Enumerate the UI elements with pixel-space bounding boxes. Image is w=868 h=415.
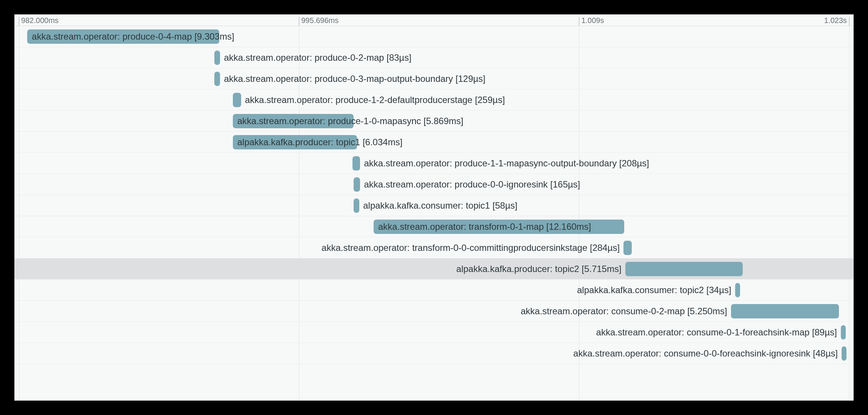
span-label: akka.stream.operator: transform-0-1-map … (374, 220, 593, 234)
span-row[interactable]: akka.stream.operator: produce-0-3-map-ou… (15, 68, 853, 89)
span-label: akka.stream.operator: produce-0-2-map [8… (220, 51, 413, 65)
span-bar[interactable] (731, 304, 839, 318)
span-row[interactable]: akka.stream.operator: consume-0-1-foreac… (15, 322, 853, 343)
span-label: alpakka.kafka.consumer: topic1 [58µs] (359, 198, 519, 213)
span-row[interactable]: akka.stream.operator: produce-1-2-defaul… (15, 89, 853, 111)
span-rows: akka.stream.operator: produce-0-4-map [9… (15, 26, 853, 400)
span-bar[interactable] (233, 93, 241, 107)
span-row[interactable]: alpakka.kafka.consumer: topic1 [58µs] (15, 195, 853, 216)
span-bar[interactable] (735, 283, 740, 297)
span-row[interactable]: akka.stream.operator: produce-0-4-map [9… (15, 26, 853, 47)
span-row[interactable]: akka.stream.operator: transform-0-1-map … (15, 216, 853, 237)
span-label: akka.stream.operator: produce-1-2-defaul… (241, 93, 506, 107)
span-label: alpakka.kafka.producer: topic2 [5.715ms] (455, 262, 625, 276)
span-bar[interactable] (623, 241, 632, 255)
span-label: akka.stream.operator: transform-0-0-comm… (320, 241, 623, 255)
span-row[interactable]: akka.stream.operator: produce-1-1-mapasy… (15, 153, 853, 174)
trace-timeline-panel: 982.000ms995.696ms1.009s1.023s akka.stre… (14, 14, 854, 401)
span-label: alpakka.kafka.producer: topic1 [6.034ms] (233, 135, 404, 149)
span-label: akka.stream.operator: produce-1-0-mapasy… (233, 114, 465, 128)
span-label: alpakka.kafka.consumer: topic2 [34µs] (576, 283, 735, 297)
time-tick-label: 995.696ms (301, 16, 339, 25)
span-label: akka.stream.operator: produce-0-0-ignore… (360, 177, 582, 192)
span-bar[interactable] (842, 346, 846, 361)
span-row[interactable]: akka.stream.operator: transform-0-0-comm… (15, 237, 853, 258)
span-bar[interactable] (354, 198, 360, 213)
span-label: akka.stream.operator: produce-0-4-map [9… (27, 29, 235, 44)
span-bar[interactable] (841, 325, 846, 340)
span-row[interactable]: alpakka.kafka.producer: topic1 [6.034ms] (15, 132, 853, 153)
span-row[interactable]: alpakka.kafka.producer: topic2 [5.715ms] (15, 258, 853, 280)
time-tick-label: 1.009s (581, 16, 604, 25)
span-row[interactable]: akka.stream.operator: produce-0-0-ignore… (15, 174, 853, 195)
span-bar[interactable] (354, 177, 360, 192)
time-tick-label: 1.023s (824, 16, 847, 25)
span-bar[interactable] (352, 156, 360, 171)
span-label: akka.stream.operator: produce-0-3-map-ou… (220, 72, 487, 86)
time-ruler: 982.000ms995.696ms1.009s1.023s (15, 15, 853, 26)
span-row[interactable]: akka.stream.operator: consume-0-2-map [5… (15, 301, 853, 322)
span-row[interactable]: alpakka.kafka.consumer: topic2 [34µs] (15, 280, 853, 301)
span-label: akka.stream.operator: consume-0-1-foreac… (595, 325, 841, 340)
span-label: akka.stream.operator: produce-1-1-mapasy… (360, 156, 651, 171)
span-row[interactable]: akka.stream.operator: produce-1-0-mapasy… (15, 111, 853, 132)
span-bar[interactable] (625, 262, 743, 276)
span-row[interactable]: akka.stream.operator: produce-0-2-map [8… (15, 47, 853, 68)
span-label: akka.stream.operator: consume-0-2-map [5… (519, 304, 731, 318)
span-bar[interactable] (214, 72, 220, 86)
span-label: akka.stream.operator: consume-0-0-foreac… (572, 346, 842, 361)
time-tick-label: 982.000ms (21, 16, 58, 25)
span-row[interactable]: akka.stream.operator: consume-0-0-foreac… (15, 343, 853, 364)
span-bar[interactable] (214, 51, 220, 65)
